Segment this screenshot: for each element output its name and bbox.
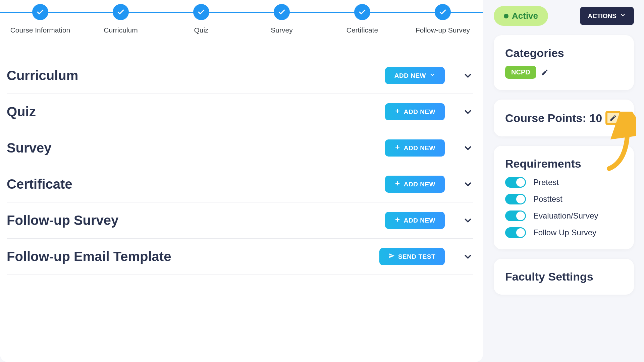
check-icon <box>113 4 129 20</box>
toggle-posttest[interactable] <box>505 194 526 204</box>
status-label: Active <box>512 11 538 21</box>
expand-section-icon[interactable] <box>463 107 473 117</box>
step-label: Survey <box>271 26 292 34</box>
plus-icon <box>394 217 400 224</box>
add-new-curriculum-button[interactable]: ADD NEW <box>385 67 445 84</box>
section-title: Curriculum <box>7 68 78 83</box>
chevron-down-icon <box>429 72 435 79</box>
section-title: Follow-up Email Template <box>7 249 171 264</box>
step-label: Certificate <box>346 26 378 34</box>
button-label: ADD NEW <box>404 217 435 224</box>
step-label: Quiz <box>194 26 208 34</box>
main-panel: Course Information Curriculum Quiz Surve… <box>0 0 483 362</box>
section-title: Follow-up Survey <box>7 213 118 228</box>
button-label: ADD NEW <box>394 72 426 79</box>
section-follow-up-survey: Follow-up Survey ADD NEW <box>7 202 473 239</box>
requirement-label: Pretest <box>533 178 559 187</box>
plus-icon <box>394 180 400 188</box>
requirement-label: Follow Up Survey <box>533 228 596 237</box>
toggle-follow-up-survey[interactable] <box>505 227 526 238</box>
button-label: SEND TEST <box>398 253 435 260</box>
chevron-down-icon <box>620 12 626 20</box>
step-follow-up-survey[interactable]: Follow-up Survey <box>402 4 483 34</box>
edit-points-icon[interactable] <box>609 114 617 122</box>
requirement-pretest: Pretest <box>505 177 623 188</box>
button-label: ADD NEW <box>404 144 435 152</box>
edit-points-highlight <box>605 111 621 125</box>
button-label: ADD NEW <box>404 108 435 116</box>
step-course-information[interactable]: Course Information <box>0 4 80 34</box>
button-label: ADD NEW <box>404 181 435 188</box>
sidebar-panel: Active ACTIONS Categories NCPD Course Po… <box>483 0 644 362</box>
expand-section-icon[interactable] <box>463 252 473 262</box>
section-title: Survey <box>7 140 51 156</box>
requirements-card: Requirements Pretest Posttest Evaluation… <box>494 146 634 249</box>
requirement-label: Evaluation/Survey <box>533 211 598 221</box>
edit-categories-icon[interactable] <box>541 69 548 76</box>
step-label: Follow-up Survey <box>416 26 470 34</box>
status-dot-icon <box>504 14 508 18</box>
send-icon <box>389 253 395 260</box>
sections-list: Curriculum ADD NEW Quiz <box>0 44 483 282</box>
step-certificate[interactable]: Certificate <box>322 4 402 34</box>
requirements-title: Requirements <box>505 157 623 170</box>
plus-icon <box>394 108 400 116</box>
send-test-button[interactable]: SEND TEST <box>379 248 445 265</box>
category-tag: NCPD <box>505 66 536 79</box>
categories-title: Categories <box>505 47 623 60</box>
requirement-posttest: Posttest <box>505 194 623 204</box>
check-icon <box>32 4 48 20</box>
sidebar-top-row: Active ACTIONS <box>494 6 634 26</box>
add-new-quiz-button[interactable]: ADD NEW <box>385 103 445 120</box>
expand-section-icon[interactable] <box>463 216 473 226</box>
section-title: Certificate <box>7 177 72 192</box>
check-icon <box>354 4 370 20</box>
toggle-pretest[interactable] <box>505 177 526 188</box>
check-icon <box>274 4 290 20</box>
section-survey: Survey ADD NEW <box>7 130 473 166</box>
add-new-certificate-button[interactable]: ADD NEW <box>385 176 445 193</box>
expand-section-icon[interactable] <box>463 143 473 153</box>
step-quiz[interactable]: Quiz <box>161 4 241 34</box>
step-curriculum[interactable]: Curriculum <box>80 4 161 34</box>
plus-icon <box>394 144 400 152</box>
section-certificate: Certificate ADD NEW <box>7 166 473 202</box>
section-curriculum: Curriculum ADD NEW <box>7 58 473 94</box>
requirement-follow-up-survey: Follow Up Survey <box>505 227 623 238</box>
section-title: Quiz <box>7 104 36 119</box>
toggle-evaluation-survey[interactable] <box>505 210 526 221</box>
status-pill: Active <box>494 6 548 26</box>
categories-card: Categories NCPD <box>494 35 634 90</box>
faculty-settings-title: Faculty Settings <box>505 270 623 283</box>
add-new-follow-up-survey-button[interactable]: ADD NEW <box>385 212 445 229</box>
actions-button[interactable]: ACTIONS <box>580 7 634 25</box>
requirement-label: Posttest <box>533 194 562 204</box>
course-points-label: Course Points: 10 <box>505 112 602 125</box>
expand-section-icon[interactable] <box>463 71 473 81</box>
check-icon <box>435 4 451 20</box>
step-label: Curriculum <box>104 26 138 34</box>
faculty-settings-card: Faculty Settings <box>494 259 634 295</box>
check-icon <box>193 4 209 20</box>
requirement-evaluation-survey: Evaluation/Survey <box>505 210 623 221</box>
expand-section-icon[interactable] <box>463 179 473 189</box>
section-follow-up-email-template: Follow-up Email Template SEND TEST <box>7 239 473 275</box>
add-new-survey-button[interactable]: ADD NEW <box>385 139 445 157</box>
progress-stepper: Course Information Curriculum Quiz Surve… <box>0 0 483 44</box>
section-quiz: Quiz ADD NEW <box>7 94 473 130</box>
button-label: ACTIONS <box>588 12 617 20</box>
step-label: Course Information <box>10 26 70 34</box>
course-points-card: Course Points: 10 <box>494 100 634 136</box>
step-survey[interactable]: Survey <box>241 4 322 34</box>
